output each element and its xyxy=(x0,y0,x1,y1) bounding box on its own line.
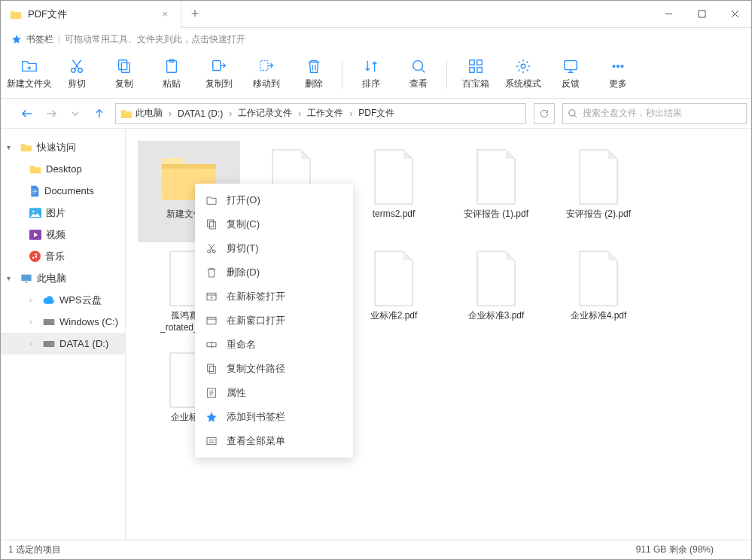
pdf-icon xyxy=(577,149,620,205)
ctx-delete[interactable]: 删除(D) xyxy=(195,260,353,285)
ctx-copy[interactable]: 复制(C) xyxy=(195,212,353,236)
file-item-pdf[interactable]: 业标准2.pdf xyxy=(343,242,445,344)
file-label: 安评报告 (1).pdf xyxy=(464,208,528,221)
file-item-pdf[interactable]: terms2.pdf xyxy=(343,141,445,242)
copy-button[interactable]: 复制 xyxy=(100,53,148,96)
folder-icon xyxy=(120,108,132,119)
navbar: 此电脑› DATA1 (D:)› 工作记录文件› 工作文件› PDF文件 搜索全… xyxy=(1,99,751,129)
svg-rect-10 xyxy=(469,60,473,65)
ctx-open-new-tab[interactable]: 在新标签打开 xyxy=(195,285,353,309)
address-bar[interactable]: 此电脑› DATA1 (D:)› 工作记录文件› 工作文件› PDF文件 xyxy=(115,103,526,124)
tab-active[interactable]: PDF文件 × xyxy=(1,1,181,28)
bookmarks-label: 书签栏 xyxy=(26,33,53,46)
close-button[interactable] xyxy=(718,1,751,28)
search-box[interactable]: 搜索全盘文件，秒出结果 xyxy=(562,103,747,124)
sidebar-pictures[interactable]: 图片 xyxy=(23,202,125,224)
system-mode-button[interactable]: 系统模式 xyxy=(499,53,546,96)
breadcrumb[interactable]: 此电脑 xyxy=(135,107,163,120)
window-controls xyxy=(652,1,751,28)
star-icon xyxy=(11,34,22,44)
ctx-open[interactable]: 打开(O) xyxy=(195,188,353,212)
sidebar-videos[interactable]: 视频 xyxy=(23,224,125,245)
copy-to-button[interactable]: 复制到 xyxy=(195,53,242,96)
nav-up-button[interactable] xyxy=(91,105,108,122)
music-icon xyxy=(29,251,41,262)
svg-rect-3 xyxy=(118,60,126,70)
folder-icon xyxy=(10,9,22,20)
file-label: 企业标准3.pdf xyxy=(468,310,525,322)
more-button[interactable]: 更多 xyxy=(594,53,641,96)
file-item-pdf[interactable]: 企业标准4.pdf xyxy=(547,242,650,344)
videos-icon xyxy=(29,230,41,240)
sidebar-wps-cloud[interactable]: ›WPS云盘 xyxy=(23,289,125,311)
move-to-button[interactable]: 移动到 xyxy=(242,53,290,96)
sidebar-documents[interactable]: Documents xyxy=(23,180,125,202)
svg-rect-36 xyxy=(208,364,214,371)
toolbar-ribbon: 新建文件夹 剪切 复制 粘贴 复制到 移动到 删除 排序 查看 百宝箱 系统模式… xyxy=(1,50,751,99)
svg-point-21 xyxy=(32,210,35,212)
file-label: 业标准2.pdf xyxy=(370,310,418,322)
breadcrumb[interactable]: 工作记录文件 xyxy=(238,107,292,120)
search-placeholder: 搜索全盘文件，秒出结果 xyxy=(583,107,682,120)
tab-title: PDF文件 xyxy=(28,8,67,21)
svg-rect-7 xyxy=(212,61,220,71)
breadcrumb[interactable]: PDF文件 xyxy=(358,107,394,120)
titlebar: PDF文件 × + xyxy=(1,1,751,28)
ctx-cut[interactable]: 剪切(T) xyxy=(195,236,353,260)
svg-rect-12 xyxy=(469,68,473,72)
file-item-pdf[interactable]: 企业标准3.pdf xyxy=(445,242,547,344)
sidebar-quick-access[interactable]: ▾快速访问 xyxy=(1,136,125,158)
svg-point-23 xyxy=(29,251,41,262)
drive-icon xyxy=(43,318,55,327)
svg-point-9 xyxy=(413,61,422,71)
new-tab-button[interactable]: + xyxy=(181,6,209,22)
cut-button[interactable]: 剪切 xyxy=(53,53,100,96)
svg-rect-15 xyxy=(564,61,577,70)
sidebar-data1-d[interactable]: ›DATA1 (D:) xyxy=(1,333,125,355)
sort-button[interactable]: 排序 xyxy=(347,53,394,96)
view-button[interactable]: 查看 xyxy=(394,53,442,96)
svg-rect-13 xyxy=(476,68,481,72)
svg-point-26 xyxy=(52,321,53,323)
paste-button[interactable]: 粘贴 xyxy=(148,53,195,96)
tab-close-icon[interactable]: × xyxy=(158,8,172,20)
maximize-button[interactable] xyxy=(685,1,718,28)
sidebar-this-pc[interactable]: ▾此电脑 xyxy=(1,267,125,289)
nav-back-button[interactable] xyxy=(19,105,35,122)
ctx-add-bookmark[interactable]: 添加到书签栏 xyxy=(195,405,353,429)
svg-point-14 xyxy=(521,64,525,68)
svg-rect-30 xyxy=(209,222,215,229)
sidebar-music[interactable]: 音乐 xyxy=(23,245,125,267)
file-label: 安评报告 (2).pdf xyxy=(566,208,631,221)
sidebar-desktop[interactable]: Desktop xyxy=(23,158,125,180)
sidebar: ▾快速访问 Desktop Documents 图片 视频 音乐 ▾此电脑 ›W… xyxy=(1,129,126,540)
svg-point-19 xyxy=(569,109,575,115)
breadcrumb[interactable]: 工作文件 xyxy=(307,107,343,120)
svg-rect-24 xyxy=(21,274,31,281)
feedback-button[interactable]: 反馈 xyxy=(546,53,594,96)
minimize-button[interactable] xyxy=(652,1,685,28)
ctx-view-all[interactable]: 查看全部菜单 xyxy=(195,429,353,453)
status-disk: 911 GB 剩余 (98%) xyxy=(636,543,744,556)
svg-point-28 xyxy=(52,343,53,345)
breadcrumb[interactable]: DATA1 (D:) xyxy=(178,108,223,119)
nav-history-dropdown[interactable] xyxy=(67,105,84,122)
file-item-pdf[interactable]: 安评报告 (1).pdf xyxy=(445,141,547,242)
toolbox-button[interactable]: 百宝箱 xyxy=(452,53,499,96)
ctx-properties[interactable]: 属性 xyxy=(195,381,353,405)
search-icon xyxy=(568,108,578,119)
sidebar-windows-c[interactable]: ›Windows (C:) xyxy=(23,311,125,333)
pdf-icon xyxy=(474,251,518,306)
ctx-copy-path[interactable]: 复制文件路径 xyxy=(195,357,353,381)
ctx-open-new-window[interactable]: 在新窗口打开 xyxy=(195,309,353,333)
pdf-icon xyxy=(372,149,416,205)
delete-button[interactable]: 删除 xyxy=(290,53,337,96)
nav-forward-button[interactable] xyxy=(43,105,59,122)
new-folder-button[interactable]: 新建文件夹 xyxy=(5,53,53,96)
file-label: 企业标准4.pdf xyxy=(571,310,627,322)
main-area: ▾快速访问 Desktop Documents 图片 视频 音乐 ▾此电脑 ›W… xyxy=(1,129,751,540)
svg-rect-34 xyxy=(207,317,216,324)
refresh-button[interactable] xyxy=(534,103,555,124)
ctx-rename[interactable]: 重命名 xyxy=(195,333,353,357)
file-item-pdf[interactable]: 安评报告 (2).pdf xyxy=(547,141,650,242)
